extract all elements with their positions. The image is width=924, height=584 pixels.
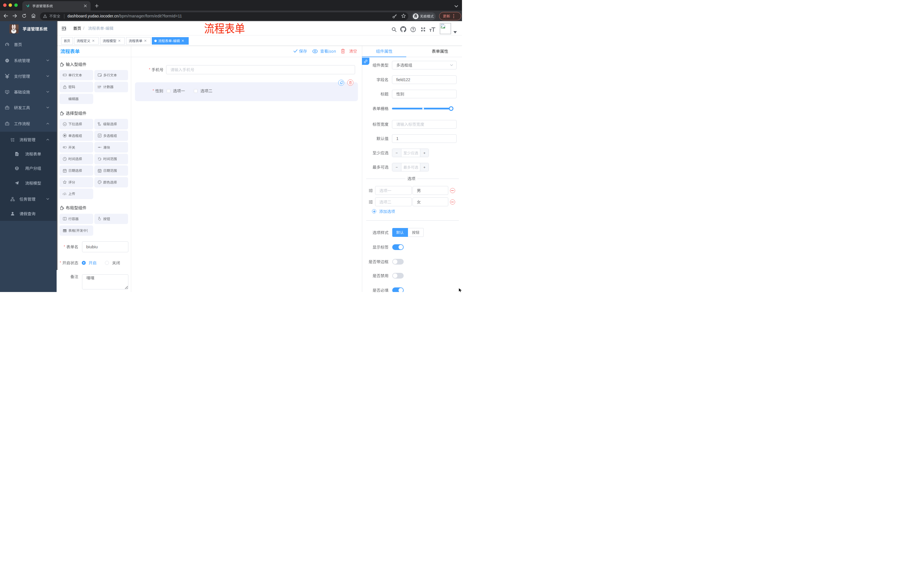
- svg-text:123: 123: [97, 86, 101, 88]
